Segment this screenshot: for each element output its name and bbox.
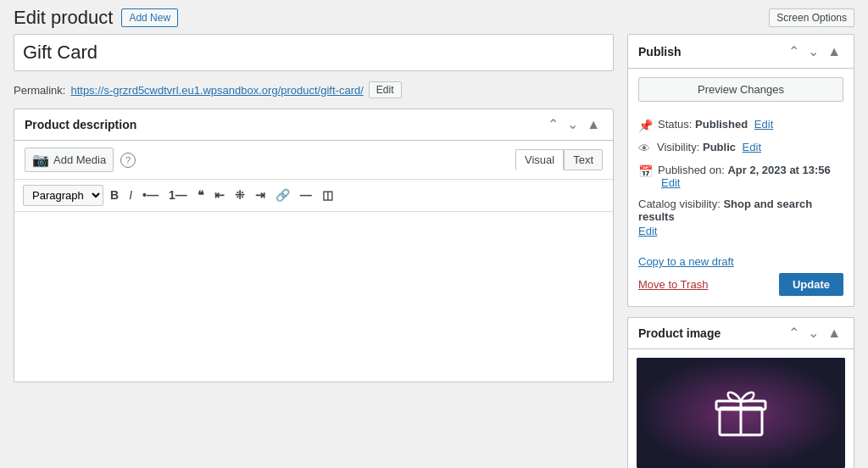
publish-footer: Copy to a new draft Move to Trash Update xyxy=(628,248,854,306)
product-image-preview[interactable] xyxy=(637,358,845,468)
copy-draft-link[interactable]: Copy to a new draft xyxy=(638,255,843,268)
right-column: Publish ⌃ ⌄ ▲ Preview Changes 📌 Status: xyxy=(627,34,854,468)
permalink-label: Permalink: xyxy=(14,84,65,97)
bold-button[interactable]: B xyxy=(107,186,122,206)
page-title: Edit product xyxy=(14,7,113,29)
left-column: Permalink: https://s-grzrd5cwdtvrl.eu1.w… xyxy=(14,34,614,468)
publish-header-buttons: ⌃ ⌄ ▲ xyxy=(786,43,843,59)
insert-link-button[interactable]: 🔗 xyxy=(272,186,293,206)
editor-format-toolbar: Paragraph B I •— 1— ❝ ⇤ ⁜ ⇥ 🔗 ― ◫ xyxy=(14,180,613,212)
product-description-metabox: Product description ⌃ ⌄ ▲ 📷 Add Media xyxy=(14,109,614,382)
published-on-row: 📅 Published on: Apr 2, 2023 at 13:56 Edi… xyxy=(638,159,843,193)
publish-body: 📌 Status: Published Edit 👁 Visibility: P… xyxy=(628,107,854,248)
metabox-collapse-down-button[interactable]: ⌄ xyxy=(565,118,581,131)
main-content: Permalink: https://s-grzrd5cwdtvrl.eu1.w… xyxy=(0,34,868,468)
catalog-label: Catalog visibility: xyxy=(638,198,721,210)
table-button[interactable]: ◫ xyxy=(319,186,337,206)
product-title-input[interactable] xyxy=(14,34,614,71)
product-image-controls: ⌃ ⌄ ▲ xyxy=(786,326,843,340)
product-image-title: Product image xyxy=(638,326,721,340)
product-image-content xyxy=(628,349,854,468)
published-on-value: Apr 2, 2023 at 13:56 xyxy=(727,164,830,176)
paragraph-format-select[interactable]: Paragraph xyxy=(23,185,103,206)
add-media-button[interactable]: 📷 Add Media xyxy=(25,148,114,172)
product-image-header: Product image ⌃ ⌄ ▲ xyxy=(628,318,854,349)
tab-visual[interactable]: Visual xyxy=(515,149,564,170)
product-image-collapse-up[interactable]: ⌃ xyxy=(786,326,802,340)
editor-view-tabs: Visual Text xyxy=(515,149,603,170)
visibility-icon: 👁 xyxy=(638,142,652,155)
product-image-metabox: Product image ⌃ ⌄ ▲ xyxy=(627,317,854,468)
add-media-label: Add Media xyxy=(53,153,106,166)
add-media-icon: 📷 xyxy=(32,152,49,168)
publish-collapse-down-button[interactable]: ⌄ xyxy=(805,43,821,59)
publish-collapse-up-button[interactable]: ⌃ xyxy=(786,43,802,59)
publish-title: Publish xyxy=(638,45,682,58)
permalink-link[interactable]: https://s-grzrd5cwdtvrl.eu1.wpsandbox.or… xyxy=(70,84,363,97)
align-center-button[interactable]: ⁜ xyxy=(231,186,248,206)
status-icon: 📌 xyxy=(638,119,653,132)
published-on-text: Published on: Apr 2, 2023 at 13:56 Edit xyxy=(658,164,843,189)
published-on-edit-link[interactable]: Edit xyxy=(661,176,680,189)
update-button[interactable]: Update xyxy=(779,273,843,296)
visibility-edit-link[interactable]: Edit xyxy=(743,141,761,153)
publish-visibility-text: Visibility: Public Edit xyxy=(657,141,843,153)
edit-permalink-button[interactable]: Edit xyxy=(369,81,402,98)
ordered-list-button[interactable]: 1— xyxy=(165,186,191,206)
publish-expand-button[interactable]: ▲ xyxy=(825,43,843,59)
align-left-button[interactable]: ⇤ xyxy=(211,186,228,206)
publish-status-text: Status: Published Edit xyxy=(658,118,843,131)
product-image-collapse-down[interactable]: ⌄ xyxy=(805,326,821,340)
publish-metabox: Publish ⌃ ⌄ ▲ Preview Changes 📌 Status: xyxy=(627,34,854,307)
move-trash-link[interactable]: Move to Trash xyxy=(638,278,708,291)
permalink-row: Permalink: https://s-grzrd5cwdtvrl.eu1.w… xyxy=(14,81,614,98)
align-right-button[interactable]: ⇥ xyxy=(252,186,269,206)
tab-text[interactable]: Text xyxy=(564,149,603,170)
editor-content-area[interactable] xyxy=(14,212,613,382)
publish-status-value: Published xyxy=(695,118,748,131)
publish-header: Publish ⌃ ⌄ ▲ xyxy=(628,35,854,69)
publish-footer-row: Move to Trash Update xyxy=(638,273,843,296)
horizontal-rule-button[interactable]: ― xyxy=(297,186,315,206)
metabox-controls: ⌃ ⌄ ▲ xyxy=(545,118,603,131)
preview-changes-button[interactable]: Preview Changes xyxy=(638,77,843,102)
metabox-header: Product description ⌃ ⌄ ▲ xyxy=(14,109,613,141)
visibility-value: Public xyxy=(703,141,736,153)
gift-card-icon xyxy=(711,382,771,444)
metabox-expand-button[interactable]: ▲ xyxy=(584,118,603,131)
add-new-button[interactable]: Add New xyxy=(121,8,178,27)
top-bar: Edit product Add New Screen Options xyxy=(0,0,868,34)
product-image-expand[interactable]: ▲ xyxy=(825,326,843,340)
unordered-list-button[interactable]: •— xyxy=(139,186,162,206)
blockquote-button[interactable]: ❝ xyxy=(194,186,208,206)
metabox-title: Product description xyxy=(25,118,136,131)
publish-status-row: 📌 Status: Published Edit xyxy=(638,114,843,136)
screen-options-button[interactable]: Screen Options xyxy=(769,8,854,27)
publish-visibility-row: 👁 Visibility: Public Edit xyxy=(638,136,843,159)
catalog-edit-link[interactable]: Edit xyxy=(638,225,843,237)
help-icon[interactable]: ? xyxy=(120,153,136,168)
publish-status-edit-link[interactable]: Edit xyxy=(754,118,773,131)
italic-button[interactable]: I xyxy=(125,186,136,206)
calendar-icon: 📅 xyxy=(638,164,653,178)
metabox-collapse-up-button[interactable]: ⌃ xyxy=(545,118,561,131)
catalog-visibility-row: Catalog visibility: Shop and search resu… xyxy=(638,193,843,242)
editor-top-toolbar: 📷 Add Media ? Visual Text xyxy=(14,141,613,180)
